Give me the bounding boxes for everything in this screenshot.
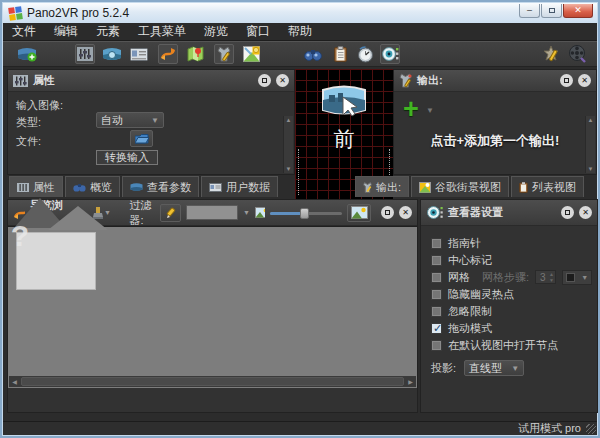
filter-input[interactable] <box>186 205 238 220</box>
scroll-down-icon[interactable]: ▼ <box>588 165 594 173</box>
menu-tour[interactable]: 游览 <box>195 22 237 41</box>
maximize-icon <box>549 8 555 13</box>
properties-scrollbar[interactable]: ▲▼ <box>283 116 293 173</box>
hide-ghost-hotspots-checkbox[interactable] <box>431 289 442 300</box>
option-label: 网格 <box>448 270 470 285</box>
output-scrollbar[interactable]: ▲▼ <box>585 116 595 173</box>
option-hide-ghost-hotspots[interactable]: 隐藏幽灵热点 <box>431 286 597 302</box>
scroll-up-icon[interactable]: ▲ <box>588 116 594 124</box>
close-panel-icon[interactable]: ✕ <box>276 74 289 87</box>
chevron-down-icon: ▼ <box>511 364 519 373</box>
panorama-parameters-icon[interactable] <box>75 44 95 64</box>
menu-file[interactable]: 文件 <box>3 22 45 41</box>
detach-panel-icon[interactable] <box>381 206 394 219</box>
output-empty-hint: 点击+添加第一个输出! <box>394 132 596 150</box>
detach-panel-icon[interactable] <box>561 206 574 219</box>
user-data-icon[interactable] <box>129 44 149 64</box>
scroll-down-icon[interactable]: ▼ <box>286 165 292 173</box>
menu-elements[interactable]: 元素 <box>87 22 129 41</box>
menu-window[interactable]: 窗口 <box>237 22 279 41</box>
app-logo-icon <box>8 6 23 21</box>
tour-browser-icon[interactable] <box>158 44 178 64</box>
tab-label: 查看参数 <box>147 180 191 195</box>
menu-tools[interactable]: 工具菜单 <box>129 22 195 41</box>
drag-mode-checkbox[interactable] <box>431 323 442 334</box>
compass-checkbox[interactable] <box>431 238 442 249</box>
option-center-marker[interactable]: 中心标记 <box>431 252 597 268</box>
tab-properties[interactable]: 属性 <box>9 176 63 197</box>
viewer-settings-icon[interactable] <box>380 44 400 64</box>
scroll-left-icon[interactable]: ◀ <box>9 378 20 385</box>
close-button[interactable]: ✕ <box>563 4 593 18</box>
overview-icon[interactable] <box>303 44 323 64</box>
tab-viewing-parameters[interactable]: 查看参数 <box>122 176 199 197</box>
option-open-node-default-view[interactable]: 在默认视图中打开节点 <box>431 337 597 353</box>
add-output-dropdown-icon[interactable]: ▼ <box>426 106 434 115</box>
add-output-button[interactable]: + <box>403 96 419 122</box>
option-ignore-limits[interactable]: 忽略限制 <box>431 303 597 319</box>
tab-overview[interactable]: 概览 <box>65 176 120 197</box>
minimize-button[interactable]: – <box>519 4 540 18</box>
projection-value: 直线型 <box>469 361 502 376</box>
thumbnail-size-slider[interactable] <box>270 207 342 219</box>
grid-checkbox[interactable] <box>431 272 442 283</box>
tab-list-view[interactable]: 列表视图 <box>511 176 584 197</box>
titlebar[interactable]: Pano2VR pro 5.2.4 – ✕ <box>3 3 597 23</box>
slider-handle[interactable] <box>300 208 309 219</box>
placeholder-node-thumbnail[interactable]: ? <box>16 232 96 290</box>
open-node-default-view-checkbox[interactable] <box>431 340 442 351</box>
thumbnail-size-large-button[interactable] <box>347 204 371 222</box>
grid-steps-spinner[interactable]: 3 ▲▼ <box>535 270 556 284</box>
list-view-icon[interactable] <box>330 44 350 64</box>
option-label: 隐藏幽灵热点 <box>448 287 514 302</box>
grid-color-dropdown[interactable]: ▼ <box>562 270 592 285</box>
detach-panel-icon[interactable] <box>258 74 271 87</box>
menu-edit[interactable]: 编辑 <box>45 22 87 41</box>
option-compass[interactable]: 指南针 <box>431 235 597 251</box>
filter-edit-button[interactable] <box>160 204 181 222</box>
properties-icon <box>13 75 28 87</box>
output-panel-title: 输出: <box>417 73 443 88</box>
ignore-limits-checkbox[interactable] <box>431 306 442 317</box>
type-select[interactable]: 自动 ▼ <box>96 112 164 128</box>
tour-horizontal-scrollbar[interactable]: ◀ ▶ <box>9 376 416 387</box>
projection-converter-icon[interactable] <box>102 44 122 64</box>
status-bar: 试用模式 pro <box>3 421 597 435</box>
toolbar <box>3 41 597 67</box>
option-label: 指南针 <box>448 236 481 251</box>
patch-tool-icon[interactable] <box>541 44 561 64</box>
skin-editor-icon[interactable] <box>214 44 234 64</box>
close-panel-icon[interactable]: ✕ <box>399 206 412 219</box>
tour-map-icon[interactable] <box>185 44 205 64</box>
menu-help[interactable]: 帮助 <box>279 22 321 41</box>
tab-google-street-view[interactable]: 谷歌街景视图 <box>411 176 509 197</box>
maximize-button[interactable] <box>541 4 562 18</box>
google-maps-icon[interactable] <box>241 44 261 64</box>
tab-output[interactable]: 输出: <box>355 176 409 197</box>
convert-input-button[interactable]: 转换输入 <box>96 150 158 165</box>
animation-editor-icon[interactable] <box>567 44 587 64</box>
option-label: 忽略限制 <box>448 304 492 319</box>
type-select-value: 自动 <box>101 113 123 128</box>
option-grid[interactable]: 网格 网格步骤: 3 ▲▼ ▼ <box>431 269 597 285</box>
properties-tab-icon <box>17 183 29 192</box>
spinner-arrows-icon[interactable]: ▲▼ <box>549 271 554 283</box>
tour-browser-canvas[interactable]: ? ◀ ▶ <box>8 226 417 388</box>
resize-grip[interactable] <box>586 424 596 434</box>
option-drag-mode[interactable]: 拖动模式 <box>431 320 597 336</box>
open-file-button[interactable] <box>130 130 153 147</box>
filter-history-dropdown-icon[interactable]: ▼ <box>243 209 250 216</box>
tour-browser-panel: 导览浏览器 ▼ 过滤器: ▼ <box>7 199 418 413</box>
scrollbar-thumb[interactable] <box>21 377 404 386</box>
center-marker-checkbox[interactable] <box>431 255 442 266</box>
output-icon <box>399 73 412 88</box>
auto-rotation-icon[interactable] <box>355 44 375 64</box>
scroll-up-icon[interactable]: ▲ <box>286 116 292 124</box>
close-panel-icon[interactable]: ✕ <box>578 74 591 87</box>
tab-user-data[interactable]: 用户数据 <box>201 176 278 197</box>
projection-select[interactable]: 直线型 ▼ <box>464 360 524 376</box>
close-panel-icon[interactable]: ✕ <box>579 206 592 219</box>
scroll-right-icon[interactable]: ▶ <box>405 378 416 385</box>
detach-panel-icon[interactable] <box>560 74 573 87</box>
add-panorama-icon[interactable] <box>17 44 37 64</box>
